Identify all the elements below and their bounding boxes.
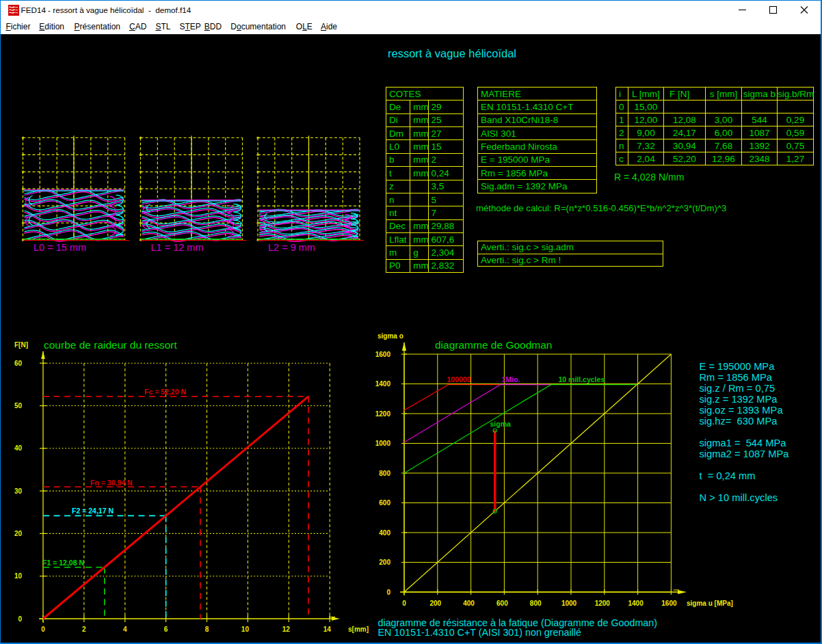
svg-text:6: 6 xyxy=(164,626,168,633)
svg-text:0: 0 xyxy=(18,615,22,623)
svg-text:30: 30 xyxy=(14,487,23,495)
svg-text:1600: 1600 xyxy=(661,600,677,607)
svg-text:1200: 1200 xyxy=(375,410,391,418)
svg-text:courbe de raideur du ressort: courbe de raideur du ressort xyxy=(44,339,177,351)
svg-text:60: 60 xyxy=(14,360,23,367)
svg-text:100000: 100000 xyxy=(447,375,471,384)
svg-text:diagramme de Goodman: diagramme de Goodman xyxy=(435,339,552,351)
svg-text:1200: 1200 xyxy=(595,600,611,607)
svg-text:0: 0 xyxy=(41,626,45,633)
svg-text:50: 50 xyxy=(14,402,23,410)
svg-text:Fn = 30,94 N: Fn = 30,94 N xyxy=(90,479,133,487)
svg-text:400: 400 xyxy=(463,600,475,607)
svg-text:10 mill.cycles: 10 mill.cycles xyxy=(559,375,605,384)
svg-text:10: 10 xyxy=(241,626,250,633)
svg-text:sigma: sigma xyxy=(490,420,512,428)
svg-text:1000: 1000 xyxy=(375,440,391,447)
svg-text:4: 4 xyxy=(123,626,127,633)
svg-text:1000: 1000 xyxy=(561,600,577,607)
svg-text:1600: 1600 xyxy=(375,351,391,358)
svg-text:2: 2 xyxy=(82,626,86,633)
svg-text:F2 = 24,17 N: F2 = 24,17 N xyxy=(72,507,114,515)
svg-text:200: 200 xyxy=(379,559,390,566)
svg-text:600: 600 xyxy=(496,600,508,607)
svg-text:L1 = 12 mm: L1 = 12 mm xyxy=(151,242,204,253)
svg-text:14: 14 xyxy=(323,626,332,633)
svg-text:40: 40 xyxy=(14,444,23,452)
svg-text:400: 400 xyxy=(379,529,390,537)
svg-text:20: 20 xyxy=(14,530,23,537)
svg-text:Fc = 52,20 N: Fc = 52,20 N xyxy=(144,388,186,396)
svg-text:8: 8 xyxy=(205,626,209,633)
svg-text:10: 10 xyxy=(14,572,23,580)
svg-text:1Mio.: 1Mio. xyxy=(502,375,520,384)
svg-text:sigma u [MPa]: sigma u [MPa] xyxy=(687,600,733,607)
svg-text:sigma o: sigma o xyxy=(377,332,403,340)
svg-text:L2 = 9 mm: L2 = 9 mm xyxy=(268,242,315,253)
svg-text:800: 800 xyxy=(530,600,542,607)
svg-text:0: 0 xyxy=(402,600,406,607)
svg-text:s[mm]: s[mm] xyxy=(348,626,369,633)
svg-text:1400: 1400 xyxy=(628,600,644,607)
svg-text:0: 0 xyxy=(386,589,390,596)
svg-text:600: 600 xyxy=(379,499,390,507)
svg-text:200: 200 xyxy=(429,600,441,607)
svg-text:1400: 1400 xyxy=(375,380,391,388)
svg-text:F[N]: F[N] xyxy=(14,341,28,349)
svg-text:800: 800 xyxy=(379,470,390,477)
svg-text:F1 = 12,08 N: F1 = 12,08 N xyxy=(42,559,84,567)
svg-text:12: 12 xyxy=(282,626,291,633)
svg-text:L0 = 15 mm: L0 = 15 mm xyxy=(34,242,86,253)
